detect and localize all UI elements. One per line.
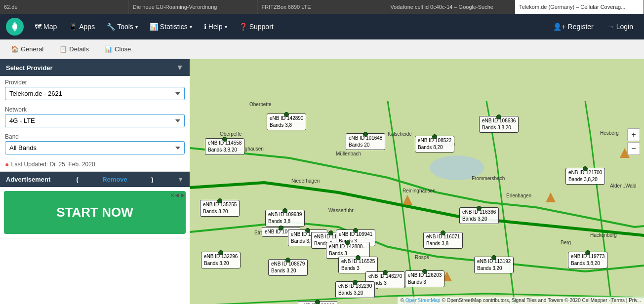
ad-collapse-btn[interactable]: ▼ (177, 176, 184, 183)
nav-login[interactable]: → Login (603, 20, 638, 34)
tools-caret: ▾ (135, 24, 138, 30)
subnav-general[interactable]: 🏠 General (4, 42, 50, 56)
browser-tab-1[interactable]: 62.de (0, 0, 129, 14)
svg-text:Oberpeffe: Oberpeffe (220, 131, 242, 137)
ad-next-btn[interactable]: ▶ (181, 192, 185, 198)
svg-text:Frommersbach: Frommersbach (472, 176, 505, 181)
network-select[interactable]: 4G - LTE (5, 114, 185, 127)
subnav: 🏠 General 📋 Details 📊 Close (0, 39, 644, 59)
osm-link[interactable]: OpenStreetMap (405, 298, 441, 303)
svg-text:Dainghausen: Dainghausen (235, 146, 264, 152)
provider-collapse-btn[interactable]: ▼ (176, 63, 184, 72)
sidebar: Select Provider ▼ Provider Telekom.de - … (0, 59, 190, 304)
band-label: Band (5, 133, 185, 140)
details-icon: 📋 (59, 45, 67, 53)
browser-tab-4[interactable]: Vodafone cell id 0c40c-14 – Google-Suche (386, 0, 515, 14)
subnav-close[interactable]: 📊 Close (98, 42, 138, 56)
nav-tools[interactable]: 🔧 Tools ▾ (102, 20, 143, 34)
svg-text:Niederhagen: Niederhagen (291, 178, 320, 184)
advertisement-header: Advertisement (Remove) ▼ (0, 172, 190, 187)
ad-prev-btn[interactable]: ◀ (175, 192, 179, 198)
apps-icon: 📱 (69, 23, 77, 31)
svg-text:Reininghausen: Reininghausen (402, 188, 436, 193)
svg-text:Erlenhagen: Erlenhagen (506, 193, 531, 198)
nav-help[interactable]: ℹ Help ▾ (199, 20, 232, 34)
register-icon: 👤+ (553, 23, 565, 31)
browser-tab-2[interactable]: Die neue EU-Roaming-Verordnung (129, 0, 258, 14)
svg-text:Hackenberg: Hackenberg (590, 232, 617, 238)
svg-text:Hesberg: Hesberg (600, 130, 619, 136)
login-icon: → (607, 23, 614, 31)
svg-text:Alden..Wald: Alden..Wald (610, 183, 637, 189)
remove-ad-link[interactable]: Remove (102, 176, 127, 183)
ad-banner[interactable]: START NOW (4, 191, 186, 234)
nav-apps[interactable]: 📱 Apps (64, 20, 100, 34)
statistics-icon: 📊 (150, 23, 158, 31)
map-icon: 🗺 (35, 23, 41, 31)
nav-statistics[interactable]: 📊 Statistics ▾ (145, 20, 197, 34)
browser-tab-5[interactable]: Telekom.de (Germany) – Cellular Coverag.… (515, 0, 644, 14)
navbar: 🗺 Map 📱 Apps 🔧 Tools ▾ 📊 Statistics ▾ ℹ … (0, 14, 644, 39)
svg-text:Müllenbach: Müllenbach (336, 151, 361, 156)
svg-text:Kalscheide: Kalscheide (388, 131, 412, 137)
nav-register[interactable]: 👤+ Register (548, 20, 598, 34)
support-icon: ❓ (239, 23, 247, 31)
statistics-caret: ▾ (190, 24, 192, 30)
map-container[interactable]: Dainghausen Strombach Kalscheide Wasserf… (190, 59, 644, 304)
zoom-out-btn[interactable]: − (627, 142, 640, 155)
subnav-details[interactable]: 📋 Details (52, 42, 96, 56)
provider-label: Provider (5, 79, 185, 86)
tools-icon: 🔧 (107, 23, 115, 31)
nav-map[interactable]: 🗺 Map (30, 20, 62, 34)
provider-field: Provider Telekom.de - 2621 (0, 76, 190, 103)
svg-text:Strombach: Strombach (254, 230, 278, 235)
nav-support[interactable]: ❓ Support (234, 20, 279, 34)
band-field: Band All Bands (0, 130, 190, 157)
zoom-in-btn[interactable]: + (627, 128, 640, 141)
svg-text:Oberpette: Oberpette (249, 102, 272, 107)
svg-text:Rospe: Rospe (415, 255, 429, 260)
browser-tabs: 62.de Die neue EU-Roaming-Verordnung FRI… (0, 0, 644, 14)
svg-point-1 (12, 24, 17, 29)
map-controls: + − (627, 128, 640, 155)
help-caret: ▾ (225, 24, 227, 30)
close-icon: 📊 (105, 45, 113, 53)
svg-text:Berg: Berg (561, 240, 571, 245)
network-field: Network 4G - LTE (0, 103, 190, 130)
map-attribution: © OpenStreetMap © OpenStreetMap contribu… (398, 297, 644, 304)
svg-text:Lobscheid: Lobscheid (356, 284, 378, 290)
browser-tab-3[interactable]: FRITZBox 6890 LTE (258, 0, 387, 14)
last-updated: ● Last Updated: Di. 25. Feb. 2020 (0, 157, 190, 171)
network-label: Network (5, 106, 185, 113)
ad-close-btn[interactable]: ✕ (170, 192, 175, 199)
sidebar-provider-section: Select Provider ▼ Provider Telekom.de - … (0, 59, 190, 172)
app-logo (6, 18, 24, 36)
svg-text:Kalsbach: Kalsbach (435, 141, 455, 147)
home-icon: 🏠 (11, 45, 19, 53)
band-select[interactable]: All Bands (5, 141, 185, 154)
nav-auth: 👤+ Register → Login (548, 20, 638, 34)
svg-text:Wasserfuhr: Wasserfuhr (328, 208, 354, 213)
update-dot-icon: ● (5, 160, 9, 168)
ad-content: ✕ ◀ ▶ START NOW (0, 187, 190, 238)
help-icon: ℹ (204, 23, 206, 31)
sidebar-provider-header: Select Provider ▼ (0, 59, 190, 76)
advertisement-section: Advertisement (Remove) ▼ ✕ ◀ ▶ START NOW (0, 172, 190, 238)
main-content: Select Provider ▼ Provider Telekom.de - … (0, 59, 644, 304)
map-overlay: Dainghausen Strombach Kalscheide Wasserf… (190, 59, 644, 304)
provider-select[interactable]: Telekom.de - 2621 (5, 87, 185, 100)
